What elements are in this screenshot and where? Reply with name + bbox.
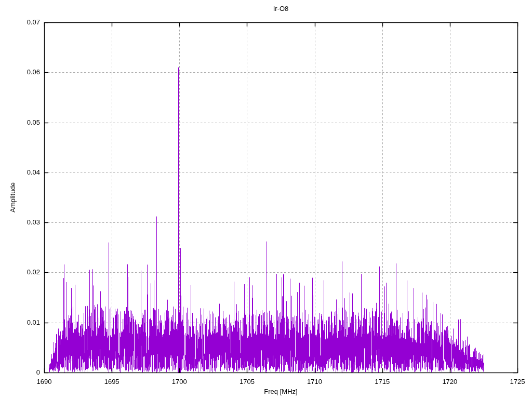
chart-title: Ir-O8 [44,5,517,13]
y-tick-label: 0.04 [27,168,40,177]
y-axis-label: Amplitude [9,166,17,229]
x-tick-label: 1705 [231,378,262,386]
spectrum-canvas [0,0,532,399]
x-tick-label: 1700 [164,378,195,386]
y-tick-label: 0.03 [27,218,40,227]
x-tick-label: 1715 [367,378,398,386]
x-tick-label: 1710 [299,378,330,386]
y-tick-label: 0.05 [27,118,40,127]
x-tick-label: 1720 [434,378,466,386]
x-tick-label: 1725 [502,378,532,386]
x-tick-label: 1695 [96,378,127,386]
y-tick-label: 0.02 [27,268,40,276]
y-tick-label: 0.06 [27,68,40,76]
y-tick-label: 0 [36,368,40,377]
y-tick-label: 0.01 [27,318,40,327]
x-tick-label: 1690 [29,378,60,386]
x-axis-label: Freq [MHz] [44,388,517,396]
spectrum-figure: Ir-O8 Amplitude Freq [MHz] 00.010.020.03… [0,0,532,399]
y-tick-label: 0.07 [27,18,40,26]
